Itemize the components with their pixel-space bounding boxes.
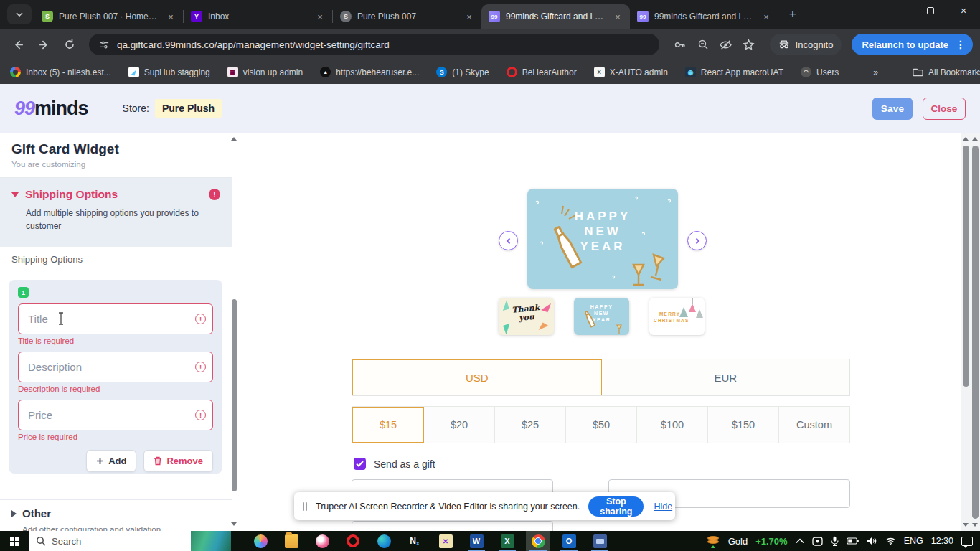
outlook-button[interactable]	[557, 531, 581, 551]
edge-button[interactable]	[372, 531, 396, 551]
back-button[interactable]	[7, 34, 29, 55]
hide-share-bar-link[interactable]: Hide	[654, 501, 672, 512]
forward-button[interactable]	[33, 34, 55, 55]
remove-option-button[interactable]: Remove	[143, 450, 213, 472]
start-button[interactable]	[0, 531, 29, 551]
reload-button[interactable]	[59, 34, 80, 55]
amount-option-25[interactable]: $25	[495, 407, 566, 443]
file-explorer-button[interactable]	[279, 531, 303, 551]
close-window-button[interactable]: ×	[947, 0, 980, 22]
relaunch-to-update-button[interactable]: Relaunch to update ⋮	[852, 34, 973, 55]
amount-option-20[interactable]: $20	[424, 407, 495, 443]
close-tab-icon[interactable]: ×	[463, 10, 476, 23]
scrollbar-thumb[interactable]	[972, 146, 979, 519]
currency-tab-eur[interactable]: EUR	[602, 359, 850, 395]
amount-option-custom[interactable]: Custom	[779, 407, 849, 443]
drag-handle-icon[interactable]	[303, 502, 307, 511]
scroll-down-icon[interactable]	[963, 523, 969, 527]
description-input[interactable]	[18, 352, 213, 382]
language-indicator[interactable]: ENG	[904, 536, 923, 546]
browser-tab-99minds-active[interactable]: 99minds Giftcard and Loyalt ×	[481, 4, 630, 29]
browser-tab-99minds-2[interactable]: 99minds Giftcard and Loyalt ×	[630, 4, 778, 29]
scroll-up-icon[interactable]	[972, 137, 978, 141]
password-manager-button[interactable]	[669, 34, 691, 55]
clock[interactable]: 12:30	[931, 536, 953, 546]
tab-search-button[interactable]	[7, 4, 32, 24]
address-bar[interactable]: qa.giftcard.99minds.co/app/management/wi…	[89, 34, 659, 55]
scroll-up-icon[interactable]	[231, 137, 237, 141]
browser-tab-pure-plush[interactable]: Pure Plush 007 ×	[333, 4, 481, 29]
bookmark-behearauthor[interactable]: BeHearAuthor	[507, 67, 577, 77]
pink-app-button[interactable]	[310, 531, 334, 551]
close-tab-icon[interactable]: ×	[164, 10, 177, 23]
word-button[interactable]	[464, 531, 489, 551]
bookmarks-overflow-button[interactable]: »	[873, 67, 878, 77]
gold-coins-icon[interactable]	[707, 535, 720, 547]
bookmark-users[interactable]: Users	[801, 67, 839, 77]
carousel-prev-button[interactable]	[499, 231, 518, 250]
battery-tray-icon[interactable]	[847, 537, 859, 545]
chrome-button[interactable]	[526, 531, 550, 551]
bookmark-xauto[interactable]: X-AUTO admin	[594, 67, 668, 77]
price-input[interactable]	[18, 400, 213, 430]
bookmark-vision-up[interactable]: vision up admin	[227, 67, 303, 77]
gift-field-input[interactable]	[352, 521, 553, 531]
sidebar-scrollbar[interactable]	[230, 133, 239, 531]
carousel-next-button[interactable]	[687, 231, 707, 250]
capture-app-button[interactable]	[433, 531, 458, 551]
incognito-badge[interactable]: Incognito	[770, 34, 842, 55]
save-button[interactable]: Save	[872, 98, 913, 120]
add-option-button[interactable]: Add	[86, 450, 136, 472]
thumbnail-happy-new-year[interactable]: HAPPY NEW YEAR	[574, 298, 629, 335]
remote-desktop-button[interactable]	[588, 531, 612, 551]
nx-app-button[interactable]	[402, 531, 427, 551]
screen-record-tray-icon[interactable]	[812, 537, 823, 546]
show-hidden-icons-button[interactable]	[796, 538, 804, 544]
bookmark-inbox[interactable]: Inbox (5) - nilesh.est...	[10, 67, 111, 77]
send-gift-checkbox[interactable]	[354, 458, 366, 470]
thumbnail-merry-christmas[interactable]: MERRY CHRISTMAS	[649, 298, 705, 335]
bookmark-suphub[interactable]: SupHub stagging	[128, 67, 210, 77]
notification-center-icon[interactable]	[961, 537, 973, 546]
amount-option-100[interactable]: $100	[637, 407, 708, 443]
bookmark-skype[interactable]: (1) Skype	[436, 67, 489, 77]
opera-button[interactable]	[341, 531, 365, 551]
amount-option-50[interactable]: $50	[566, 407, 637, 443]
shipping-options-section-header[interactable]: Shipping Options Add multiple shipping o…	[0, 178, 232, 247]
amount-option-150[interactable]: $150	[708, 407, 779, 443]
amount-option-15[interactable]: $15	[352, 407, 424, 443]
zoom-button[interactable]	[692, 34, 714, 55]
bookmark-react-app[interactable]: React App macroUAT	[685, 67, 783, 77]
scrollbar-thumb[interactable]	[963, 146, 969, 387]
browser-tab-inbox[interactable]: Inbox ×	[184, 4, 332, 29]
maximize-window-button[interactable]	[914, 0, 947, 22]
bookmark-star-button[interactable]	[738, 34, 760, 55]
browser-menu-icon[interactable]: ⋮	[956, 39, 969, 50]
all-bookmarks-button[interactable]: All Bookmarks	[913, 67, 980, 77]
scroll-down-icon[interactable]	[231, 522, 237, 526]
new-tab-button[interactable]: +	[783, 4, 803, 24]
bookmark-behearuser[interactable]: https://behearuser.e...	[320, 67, 419, 77]
scrollbar-thumb[interactable]	[232, 299, 237, 491]
thumbnail-thank-you[interactable]: Thank you	[499, 298, 554, 335]
close-tab-icon[interactable]: ×	[314, 10, 326, 23]
title-input[interactable]	[18, 303, 213, 334]
stop-sharing-button[interactable]: Stop sharing	[588, 496, 644, 517]
other-section-header[interactable]: Other Add other configuration and valida…	[11, 507, 161, 531]
microphone-tray-icon[interactable]	[831, 536, 839, 546]
volume-tray-icon[interactable]	[867, 537, 877, 545]
copilot-app-button[interactable]	[248, 531, 273, 551]
scroll-up-icon[interactable]	[963, 137, 969, 141]
outer-scrollbar[interactable]	[971, 133, 980, 531]
excel-button[interactable]	[495, 531, 519, 551]
inner-scrollbar[interactable]	[961, 133, 971, 531]
wifi-tray-icon[interactable]	[885, 537, 896, 545]
search-highlight-image[interactable]	[191, 531, 231, 551]
scroll-down-icon[interactable]	[972, 523, 978, 527]
currency-tab-usd[interactable]: USD	[352, 359, 602, 395]
minimize-window-button[interactable]	[881, 0, 914, 22]
close-button[interactable]: Close	[923, 98, 966, 120]
taskbar-search-box[interactable]: Search	[29, 531, 231, 551]
hidden-content-button[interactable]	[715, 34, 737, 55]
browser-tab-pure-plush-home[interactable]: Pure Plush 007 · Home · Sho ×	[34, 4, 183, 29]
